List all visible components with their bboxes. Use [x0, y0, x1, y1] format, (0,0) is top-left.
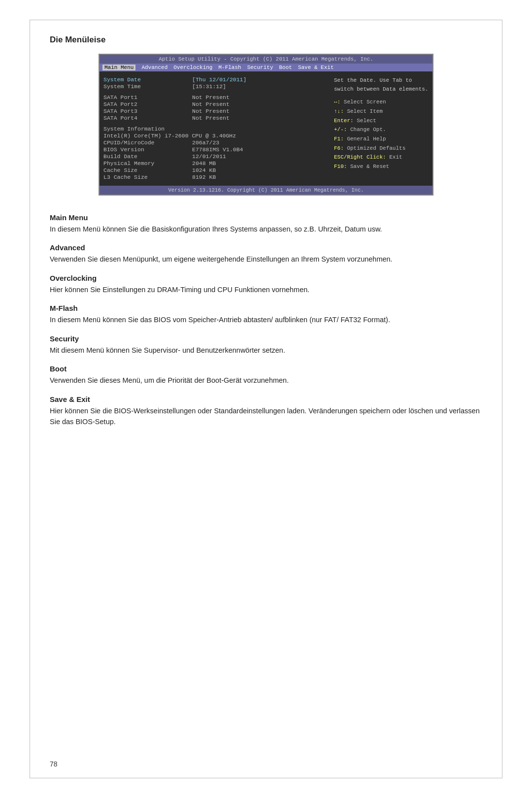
bios-cache-label: Cache Size: [103, 167, 192, 173]
bios-menu-item-active[interactable]: Main Menu: [102, 65, 135, 70]
bios-physmem-row: Physical Memory 2048 MB: [103, 160, 327, 166]
page-number: 78: [50, 760, 58, 768]
menu-desc-save-exit: Hier können Sie die BIOS-Werkseinstellun…: [50, 405, 482, 428]
bios-sysinfo-label: System Information: [103, 126, 192, 132]
menu-section-overclocking: Overclocking Hier können Sie Einstellung…: [50, 274, 482, 295]
bios-builddate-value: 12/01/2011: [192, 153, 226, 160]
bios-cpuid-label: CPUID/MicroCode: [103, 139, 192, 146]
bios-screenshot: Aptio Setup Utility - Copyright (C) 2011…: [99, 54, 433, 196]
bios-l3-label: L3 Cache Size: [103, 174, 192, 180]
bios-cpuid-row: CPUID/MicroCode 206a7/23: [103, 139, 327, 146]
bios-cache-row: Cache Size 1024 KB: [103, 167, 327, 173]
bios-cache-value: 1024 KB: [192, 167, 216, 173]
bios-cpu-row: Intel(R) Core(TM) i7-2600 CPU @ 3.40GHz: [103, 133, 327, 139]
bios-system-date-value: [Thu 12/01/2011]: [192, 76, 246, 83]
bios-sata3-value: Not Present: [192, 108, 230, 114]
bios-key-esc: ESC/Right Click: Exit: [334, 153, 429, 162]
bios-builddate-row: Build Date 12/01/2011: [103, 153, 327, 160]
menu-section-advanced: Advanced Verwenden Sie diesen Menüpunkt,…: [50, 243, 482, 265]
bios-sata4-label: SATA Port4: [103, 115, 192, 121]
bios-sata2-label: SATA Port2: [103, 101, 192, 107]
menu-desc-mflash: In diesem Menü können Sie das BIOS vom S…: [50, 314, 482, 325]
menu-section-security: Security Mit diesem Menü können Sie Supe…: [50, 334, 482, 356]
bios-key-select-item: ↑↓: Select Item: [334, 107, 429, 116]
bios-builddate-label: Build Date: [103, 153, 192, 160]
menu-desc-main: In diesem Menü können Sie die Basiskonfi…: [50, 224, 482, 234]
section-title: Die Menüleise: [50, 35, 482, 45]
bios-sata4-value: Not Present: [192, 115, 230, 121]
menu-title-mflash: M-Flash: [50, 304, 482, 312]
menu-title-overclocking: Overclocking: [50, 274, 482, 282]
menu-section-mflash: M-Flash In diesem Menü können Sie das BI…: [50, 304, 482, 325]
bios-cpuid-value: 206a7/23: [192, 139, 219, 146]
menu-section-save-exit: Save & Exit Hier können Sie die BIOS-Wer…: [50, 395, 482, 428]
menu-title-main: Main Menu: [50, 213, 482, 222]
menu-section-boot: Boot Verwenden Sie dieses Menü, um die P…: [50, 365, 482, 386]
bios-key-f10: F10: Save & Reset: [334, 162, 429, 171]
menu-title-security: Security: [50, 334, 482, 343]
bios-l3-row: L3 Cache Size 8192 KB: [103, 174, 327, 180]
bios-menu-security[interactable]: Security: [247, 65, 273, 70]
bios-biosver-row: BIOS Version E7788IMS V1.0B4: [103, 146, 327, 153]
menu-title-save-exit: Save & Exit: [50, 395, 482, 403]
bios-sata1-row: SATA Port1 Not Present: [103, 94, 327, 100]
bios-key-enter: Enter: Select: [334, 116, 429, 126]
bios-l3-value: 8192 KB: [192, 174, 216, 180]
bios-sata2-value: Not Present: [192, 101, 230, 107]
menu-desc-advanced: Verwenden Sie diesen Menüpunkt, um eigen…: [50, 254, 482, 265]
bios-sata4-row: SATA Port4 Not Present: [103, 115, 327, 121]
bios-system-time-row: System Time [15:31:12]: [103, 83, 327, 90]
bios-menu-mflash[interactable]: M-Flash: [218, 65, 241, 70]
bios-menu-overclocking[interactable]: Overclocking: [173, 65, 212, 70]
bios-key-help: ↔: Select Screen ↑↓: Select Item Enter: …: [334, 98, 429, 171]
menu-section-main: Main Menu In diesem Menü können Sie die …: [50, 213, 482, 234]
bios-sata3-label: SATA Port3: [103, 108, 192, 114]
bios-biosver-label: BIOS Version: [103, 146, 192, 153]
bios-physmem-value: 2048 MB: [192, 160, 216, 166]
bios-menu-advanced[interactable]: Advanced: [141, 65, 167, 70]
bios-system-time-label: System Time: [103, 83, 192, 90]
bios-sata1-value: Not Present: [192, 94, 230, 100]
bios-cpu-value: Intel(R) Core(TM) i7-2600 CPU @ 3.40GHz: [103, 133, 236, 139]
menu-title-advanced: Advanced: [50, 243, 482, 252]
bios-key-f6: F6: Optimized Defaults: [334, 144, 429, 153]
bios-physmem-label: Physical Memory: [103, 160, 192, 166]
bios-biosver-value: E7788IMS V1.0B4: [192, 146, 243, 153]
bios-title-bar: Aptio Setup Utility - Copyright (C) 2011…: [100, 55, 432, 64]
bios-sata2-row: SATA Port2 Not Present: [103, 101, 327, 107]
bios-system-date-row: System Date [Thu 12/01/2011]: [103, 76, 327, 83]
menu-title-boot: Boot: [50, 365, 482, 373]
bios-footer: Version 2.13.1216. Copyright (C) 2011 Am…: [100, 186, 432, 195]
bios-system-date-label: System Date: [103, 76, 192, 83]
bios-key-select-screen: ↔: Select Screen: [334, 98, 429, 107]
page-border: Die Menüleise Aptio Setup Utility - Copy…: [30, 20, 502, 778]
bios-right-panel: Set the Date. Use Tab toswitch between D…: [330, 76, 429, 181]
bios-menu-boot[interactable]: Boot: [279, 65, 292, 70]
menu-desc-security: Mit diesem Menü können Sie Supervisor- u…: [50, 345, 482, 356]
bios-sata1-label: SATA Port1: [103, 94, 192, 100]
menu-desc-boot: Verwenden Sie dieses Menü, um die Priori…: [50, 375, 482, 386]
bios-content-area: System Date [Thu 12/01/2011] System Time…: [100, 71, 432, 186]
bios-menu-bar: Main Menu Advanced Overclocking M-Flash …: [100, 64, 432, 71]
bios-menu-save[interactable]: Save & Exit: [298, 65, 334, 70]
bios-key-change: +/-: Change Opt.: [334, 125, 429, 134]
bios-left-panel: System Date [Thu 12/01/2011] System Time…: [103, 76, 330, 181]
bios-sata3-row: SATA Port3 Not Present: [103, 108, 327, 114]
bios-right-header: Set the Date. Use Tab toswitch between D…: [334, 76, 429, 94]
bios-key-f1: F1: General Help: [334, 134, 429, 144]
menu-desc-overclocking: Hier können Sie Einstellungen zu DRAM-Ti…: [50, 284, 482, 295]
bios-sysinfo-label-row: System Information: [103, 126, 327, 132]
bios-system-time-value: [15:31:12]: [192, 83, 226, 90]
